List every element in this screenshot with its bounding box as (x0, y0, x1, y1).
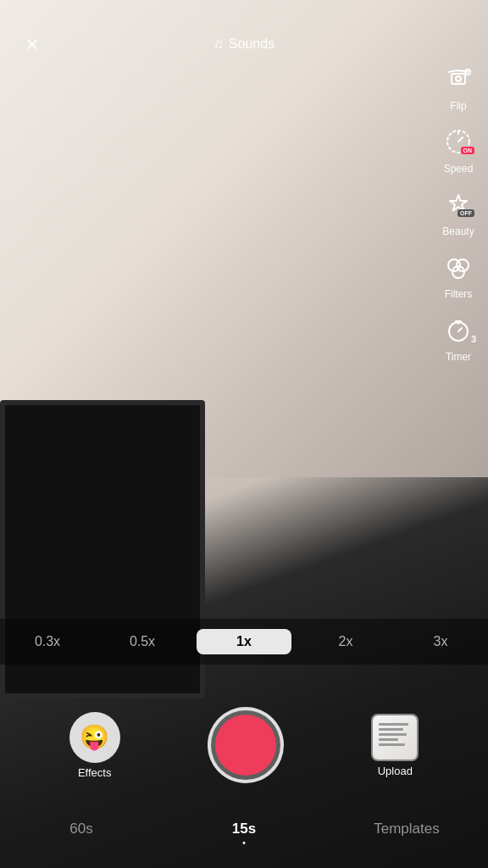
mode-15s[interactable]: 15s (163, 814, 325, 844)
bottom-controls: 😜 Effects Upload (0, 707, 488, 783)
zoom-05x[interactable]: 0.5x (95, 629, 190, 654)
mode-selector: 60s 15s Templates (0, 814, 488, 844)
svg-line-5 (458, 137, 463, 142)
speed-button[interactable]: ON Speed (439, 122, 478, 175)
upload-label: Upload (378, 765, 413, 777)
flip-label: Flip (450, 100, 466, 112)
zoom-2x[interactable]: 2x (298, 629, 393, 654)
sounds-label: Sounds (229, 36, 274, 52)
svg-point-9 (452, 266, 464, 278)
mode-templates[interactable]: Templates (325, 814, 488, 844)
speed-icon: ON (439, 122, 478, 161)
beauty-icon: OFF (439, 185, 478, 224)
timer-button[interactable]: 3 Timer (439, 310, 478, 363)
zoom-bar: 0.3x 0.5x 1x 2x 3x (0, 619, 488, 665)
close-button[interactable]: × (17, 29, 47, 59)
svg-line-13 (458, 328, 462, 331)
speed-badge: ON (461, 147, 475, 154)
flip-button[interactable]: Flip (439, 59, 478, 112)
zoom-3x[interactable]: 3x (393, 629, 488, 654)
speed-label: Speed (444, 163, 474, 175)
effects-button[interactable]: 😜 Effects (69, 712, 120, 779)
effects-label: Effects (78, 766, 112, 779)
upload-button[interactable]: Upload (371, 714, 419, 777)
upload-icon (371, 714, 419, 761)
effects-icon: 😜 (69, 712, 120, 763)
record-inner (215, 715, 276, 776)
close-icon: × (25, 33, 38, 55)
beauty-label: Beauty (442, 225, 474, 237)
sounds-button[interactable]: ♫ Sounds (214, 36, 274, 52)
right-sidebar: Flip ON Speed OFF (439, 59, 478, 370)
beauty-button[interactable]: OFF Beauty (439, 185, 478, 237)
record-button[interactable] (208, 707, 284, 783)
top-bar: × ♫ Sounds (0, 0, 488, 68)
flip-icon (439, 59, 478, 98)
timer-icon: 3 (439, 310, 478, 349)
filters-button[interactable]: Filters (439, 248, 478, 300)
zoom-1x[interactable]: 1x (197, 629, 291, 654)
filters-icon (439, 248, 478, 287)
filters-label: Filters (445, 288, 473, 300)
mode-60s[interactable]: 60s (0, 814, 163, 844)
beauty-badge: OFF (458, 209, 474, 217)
svg-rect-1 (452, 74, 465, 84)
timer-label: Timer (446, 351, 471, 363)
music-note-icon: ♫ (214, 36, 224, 52)
zoom-03x[interactable]: 0.3x (0, 629, 95, 654)
svg-point-8 (457, 259, 469, 271)
svg-point-2 (456, 76, 461, 81)
timer-badge: 3 (471, 334, 476, 344)
